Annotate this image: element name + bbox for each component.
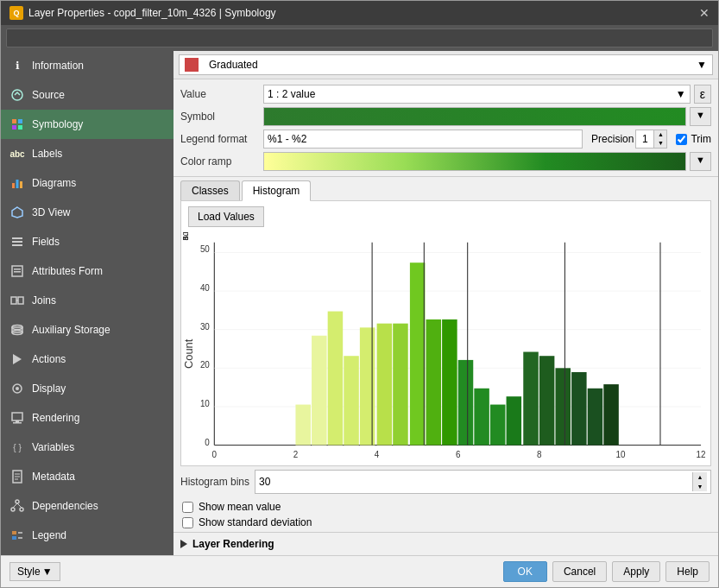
sidebar-label-dependencies: Dependencies bbox=[32, 500, 98, 512]
precision-group: Precision 1 ▲ ▼ bbox=[586, 130, 667, 149]
show-mean-checkbox[interactable] bbox=[182, 502, 193, 513]
sidebar-label-legend: Legend bbox=[32, 529, 66, 541]
histogram-bins-up-btn[interactable]: ▲ bbox=[693, 472, 707, 482]
load-values-button[interactable]: Load Values bbox=[188, 206, 264, 227]
value-text: 1 : 2 value bbox=[268, 88, 315, 100]
rendering-icon bbox=[9, 410, 25, 426]
svg-point-32 bbox=[11, 508, 15, 511]
sidebar-item-display[interactable]: Display bbox=[1, 374, 173, 403]
sidebar-label-symbology: Symbology bbox=[32, 118, 83, 130]
svg-line-34 bbox=[13, 503, 17, 508]
source-icon bbox=[9, 87, 25, 103]
legend-format-input[interactable] bbox=[263, 130, 583, 149]
sidebar-item-diagrams[interactable]: Diagrams bbox=[1, 168, 173, 198]
svg-rect-9 bbox=[12, 237, 22, 239]
bar-7.5 bbox=[490, 405, 506, 446]
sidebar-label-information: Information bbox=[32, 60, 84, 72]
cancel-button[interactable]: Cancel bbox=[552, 561, 607, 582]
variables-icon: { } bbox=[9, 439, 25, 455]
sidebar: ℹ Information Source Symbology abc Label… bbox=[1, 51, 173, 555]
sidebar-item-rendering[interactable]: Rendering bbox=[1, 403, 173, 433]
y-tick-0: 0 bbox=[205, 437, 210, 446]
app-icon: Q bbox=[9, 6, 23, 20]
3dview-icon bbox=[9, 205, 25, 220]
trim-checkbox-label[interactable]: Trim bbox=[676, 133, 711, 145]
symbol-dropdown-btn[interactable]: ▼ bbox=[690, 107, 711, 126]
tab-histogram-label: Histogram bbox=[253, 185, 300, 197]
renderer-value: Graduated bbox=[209, 59, 258, 71]
search-input[interactable] bbox=[6, 28, 713, 47]
svg-rect-2 bbox=[18, 119, 22, 123]
tabs-bar: Classes Histogram bbox=[173, 177, 718, 200]
x-tick-10: 10 bbox=[616, 449, 626, 458]
dependencies-icon bbox=[9, 498, 25, 514]
x-tick-6: 6 bbox=[456, 449, 461, 458]
bar-5.5 bbox=[426, 319, 442, 446]
svg-rect-26 bbox=[13, 422, 22, 424]
show-mean-label[interactable]: Show mean value bbox=[182, 501, 710, 513]
style-button[interactable]: Style ▼ bbox=[9, 562, 60, 581]
tab-histogram[interactable]: Histogram bbox=[242, 180, 312, 201]
main-window: Q Layer Properties - copd_filter_10m_432… bbox=[0, 0, 719, 588]
layer-rendering-header[interactable]: Layer Rendering bbox=[180, 538, 711, 550]
help-button[interactable]: Help bbox=[665, 561, 710, 582]
precision-spin-buttons: ▲ ▼ bbox=[653, 130, 666, 148]
precision-up-btn[interactable]: ▲ bbox=[654, 130, 666, 139]
ok-button[interactable]: OK bbox=[503, 561, 547, 582]
value-control: 1 : 2 value ▼ ε bbox=[263, 85, 711, 104]
sidebar-item-symbology[interactable]: Symbology bbox=[1, 110, 173, 139]
sidebar-item-legend[interactable]: Legend bbox=[1, 521, 173, 550]
sidebar-item-variables[interactable]: { } Variables bbox=[1, 433, 173, 462]
sidebar-item-labels[interactable]: abc Labels bbox=[1, 139, 173, 168]
histogram-bins-down-btn[interactable]: ▼ bbox=[693, 482, 707, 491]
color-ramp-bar[interactable] bbox=[263, 152, 686, 171]
svg-rect-1 bbox=[12, 119, 16, 123]
sidebar-item-joins[interactable]: Joins bbox=[1, 286, 173, 315]
symbol-color-bar[interactable] bbox=[263, 107, 686, 126]
svg-rect-10 bbox=[12, 241, 22, 243]
apply-button[interactable]: Apply bbox=[612, 561, 660, 582]
svg-line-35 bbox=[17, 503, 22, 508]
show-std-checkbox[interactable] bbox=[182, 517, 193, 528]
checkboxes-area: Show mean value Show standard deviation bbox=[173, 497, 718, 532]
search-bar bbox=[1, 25, 718, 51]
value-expression-btn[interactable]: ε bbox=[694, 85, 711, 104]
sidebar-item-dependencies[interactable]: Dependencies bbox=[1, 491, 173, 521]
legend-format-control: Precision 1 ▲ ▼ Trim bbox=[263, 130, 711, 149]
show-std-text: Show standard deviation bbox=[199, 516, 312, 528]
svg-rect-15 bbox=[11, 297, 16, 304]
sidebar-item-actions[interactable]: Actions bbox=[1, 345, 173, 374]
svg-rect-5 bbox=[12, 183, 15, 188]
sidebar-item-attributes-form[interactable]: Attributes Form bbox=[1, 256, 173, 286]
sidebar-label-source: Source bbox=[32, 89, 65, 101]
show-std-label[interactable]: Show standard deviation bbox=[182, 516, 710, 528]
sidebar-item-metadata[interactable]: Metadata bbox=[1, 462, 173, 491]
tab-classes[interactable]: Classes bbox=[180, 180, 240, 200]
symbology-icon bbox=[9, 117, 25, 132]
right-panel: Graduated ▼ Value 1 : 2 value ▼ ε bbox=[173, 51, 718, 555]
precision-down-btn[interactable]: ▼ bbox=[654, 139, 666, 148]
close-button[interactable]: ✕ bbox=[699, 6, 710, 20]
sidebar-item-fields[interactable]: Fields bbox=[1, 227, 173, 256]
sidebar-item-auxiliary-storage[interactable]: Auxiliary Storage bbox=[1, 315, 173, 345]
color-ramp-dropdown-btn[interactable]: ▼ bbox=[690, 152, 711, 171]
histogram-bins-input[interactable] bbox=[259, 476, 692, 488]
value-row: Value 1 : 2 value ▼ ε bbox=[180, 85, 711, 104]
metadata-icon bbox=[9, 469, 25, 484]
trim-checkbox[interactable] bbox=[676, 134, 687, 145]
sidebar-item-3dview[interactable]: 3D View bbox=[1, 198, 173, 227]
bar-6.5 bbox=[458, 360, 474, 446]
title-bar-left: Q Layer Properties - copd_filter_10m_432… bbox=[9, 6, 276, 20]
bar-4.0 bbox=[377, 324, 393, 446]
y-axis-label: Count bbox=[184, 338, 196, 369]
renderer-dropdown[interactable]: Graduated ▼ bbox=[179, 54, 713, 75]
x-tick-4: 4 bbox=[375, 449, 380, 458]
sidebar-item-information[interactable]: ℹ Information bbox=[1, 51, 173, 80]
attributes-form-icon bbox=[9, 263, 25, 279]
sidebar-item-source[interactable]: Source bbox=[1, 80, 173, 110]
value-dropdown[interactable]: 1 : 2 value ▼ bbox=[263, 85, 691, 104]
bar-11.0 bbox=[603, 384, 619, 445]
histogram-bins-row: Histogram bins ▲ ▼ bbox=[173, 466, 718, 497]
sidebar-label-variables: Variables bbox=[32, 441, 74, 453]
bar-10.5 bbox=[588, 389, 603, 446]
